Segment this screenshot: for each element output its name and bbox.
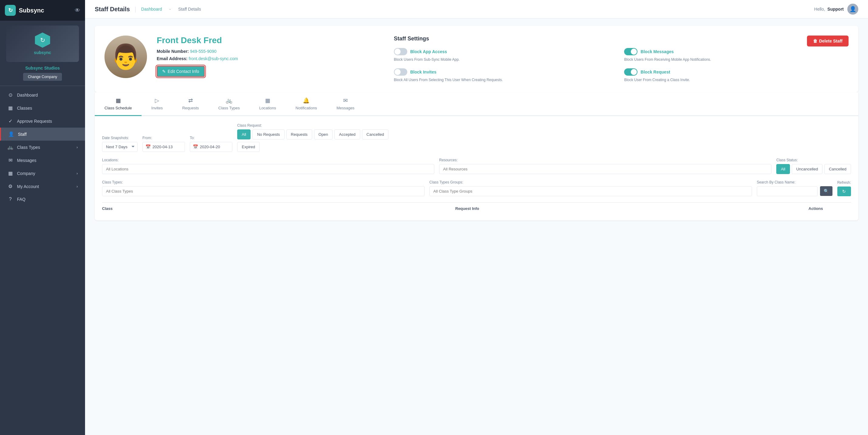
btn-expired[interactable]: Expired — [237, 142, 260, 152]
block-request-desc: Block User From Creating a Class Invite. — [624, 77, 848, 83]
sidebar-header: ↻ Subsync 👁 — [0, 0, 85, 21]
sidebar-item-my-account[interactable]: ⚙ My Account › — [0, 180, 85, 193]
chevron-right-icon: › — [76, 145, 78, 150]
btn-open[interactable]: Open — [314, 129, 333, 139]
tab-notifications[interactable]: 🔔 Notifications — [286, 92, 327, 116]
block-messages-toggle[interactable] — [624, 48, 638, 55]
filter-row-3: Class Types: Class Types Groups: Search … — [102, 180, 851, 196]
tab-messages[interactable]: ✉ Messages — [327, 92, 364, 116]
delete-staff-button[interactable]: 🗑 Delete Staff — [807, 35, 848, 46]
sidebar-item-messages[interactable]: ✉ Messages — [0, 154, 85, 167]
locations-input[interactable] — [102, 164, 434, 174]
date-snapshots-select[interactable]: Next 7 Days Today This Week This Month C… — [102, 142, 137, 152]
mobile-value[interactable]: 949-555-9090 — [190, 49, 217, 54]
tab-locations[interactable]: ▦ Locations — [249, 92, 286, 116]
table-col-actions: Actions — [808, 206, 851, 211]
filter-refresh: Refresh: ↻ — [837, 181, 851, 196]
eye-icon[interactable]: 👁 — [75, 7, 80, 14]
breadcrumb-sep: - — [169, 6, 171, 12]
to-label: To: — [190, 136, 232, 140]
hello-name: Support — [827, 7, 844, 11]
tab-class-types[interactable]: 🚲 Class Types — [209, 92, 250, 116]
refresh-label: Refresh: — [837, 181, 851, 185]
sidebar-item-class-types[interactable]: 🚲 Class Types › — [0, 141, 85, 154]
chevron-right-icon: › — [76, 171, 78, 176]
locations-label: Locations: — [102, 158, 434, 162]
sidebar-item-dashboard[interactable]: ⊙ Dashboard — [0, 88, 85, 101]
search-button[interactable]: 🔍 — [820, 186, 833, 196]
tab-invites[interactable]: ▷ Invites — [142, 92, 173, 116]
edit-contact-button[interactable]: ✎ Edit Contact Info — [157, 66, 205, 77]
from-input-wrap: 📅 — [143, 142, 185, 152]
sidebar-item-label: Approve Requests — [17, 119, 52, 124]
tab-label: Class Schedule — [104, 106, 132, 110]
change-company-button[interactable]: Change Company — [23, 73, 62, 81]
btn-requests[interactable]: Requests — [286, 129, 312, 139]
staff-icon: 👤 — [8, 131, 14, 137]
sidebar-item-company[interactable]: ▦ Company › — [0, 167, 85, 180]
staff-settings: Staff Settings Block App Access Block Us… — [394, 35, 848, 83]
search-class-input[interactable] — [757, 186, 817, 196]
sidebar-item-faq[interactable]: ? FAQ — [0, 193, 85, 206]
filter-row-2: Locations: Resources: Class Status: All … — [102, 158, 851, 174]
hello-text: Hello, Support — [814, 7, 844, 11]
block-messages-desc: Block Users From Receiving Mobile App No… — [624, 57, 848, 62]
btn-all[interactable]: All — [237, 129, 251, 139]
resources-label: Resources: — [439, 158, 771, 162]
btn-no-requests[interactable]: No Requests — [252, 129, 284, 139]
table-header-row: Class Request Info Actions — [102, 202, 851, 213]
avatar[interactable]: 👤 — [847, 4, 858, 14]
class-request-btn-group-1: All No Requests Requests Open Accepted C… — [237, 129, 389, 139]
table-col-class: Class — [102, 206, 453, 211]
tab-requests[interactable]: ⇄ Requests — [173, 92, 209, 116]
messages-icon: ✉ — [7, 157, 13, 163]
filter-row-1: Date Snapshots: Next 7 Days Today This W… — [102, 123, 851, 152]
class-status-label: Class Status: — [776, 158, 851, 162]
email-value[interactable]: front.desk@sub-sync.com — [189, 56, 238, 61]
setting-block-app-access: Block App Access Block Users From Sub-Sy… — [394, 48, 618, 62]
sidebar-item-staff[interactable]: 👤 Staff — [0, 128, 85, 141]
btn-status-all[interactable]: All — [776, 164, 789, 174]
filter-class-types-groups: Class Types Groups: — [429, 180, 752, 196]
block-app-access-toggle[interactable] — [394, 48, 407, 55]
btn-status-cancelled[interactable]: Cancelled — [824, 164, 851, 174]
btn-accepted[interactable]: Accepted — [334, 129, 360, 139]
filter-class-request: Class Request: All No Requests Requests … — [237, 123, 389, 152]
refresh-button[interactable]: ↻ — [837, 187, 851, 196]
settings-grid: Block App Access Block Users From Sub-Sy… — [394, 48, 848, 83]
dashboard-icon: ⊙ — [7, 92, 13, 98]
btn-status-uncancelled[interactable]: Uncancelled — [792, 164, 823, 174]
block-invites-label[interactable]: Block Invites — [410, 69, 436, 74]
trash-icon: 🗑 — [813, 38, 817, 43]
filter-from: From: 📅 — [143, 136, 185, 152]
sidebar-item-label: Messages — [17, 158, 36, 163]
resources-input[interactable] — [439, 164, 771, 174]
tab-label: Locations — [259, 106, 276, 110]
btn-cancelled[interactable]: Cancelled — [362, 129, 389, 139]
breadcrumb-dashboard[interactable]: Dashboard — [141, 7, 162, 11]
block-invites-toggle[interactable] — [394, 68, 407, 75]
filter-locations: Locations: — [102, 158, 434, 174]
tab-class-schedule[interactable]: ▦ Class Schedule — [95, 92, 142, 116]
block-messages-label[interactable]: Block Messages — [641, 49, 674, 54]
calendar-from-icon: 📅 — [146, 144, 151, 149]
block-request-toggle[interactable] — [624, 68, 638, 75]
notifications-icon: 🔔 — [303, 97, 309, 104]
block-request-label[interactable]: Block Request — [641, 69, 670, 74]
class-types-groups-input[interactable] — [429, 186, 752, 196]
requests-icon: ⇄ — [188, 97, 193, 104]
tab-label: Class Types — [218, 106, 240, 110]
tab-label: Messages — [337, 106, 354, 110]
block-messages-toggle-row: Block Messages — [624, 48, 848, 55]
class-types-input[interactable] — [102, 186, 425, 196]
company-image: ↻ subsync — [6, 26, 79, 62]
faq-icon: ? — [7, 196, 13, 202]
sidebar-item-classes[interactable]: ▦ Classes — [0, 101, 85, 115]
sidebar-item-approve-requests[interactable]: ✓ Approve Requests — [0, 115, 85, 128]
sidebar-item-label: Class Types — [17, 145, 40, 150]
class-request-label: Class Request: — [237, 123, 389, 128]
block-app-access-label[interactable]: Block App Access — [410, 49, 447, 54]
chevron-right-icon: › — [76, 184, 78, 189]
filter-date-snapshots: Date Snapshots: Next 7 Days Today This W… — [102, 136, 137, 152]
sidebar-item-label: My Account — [17, 184, 39, 189]
